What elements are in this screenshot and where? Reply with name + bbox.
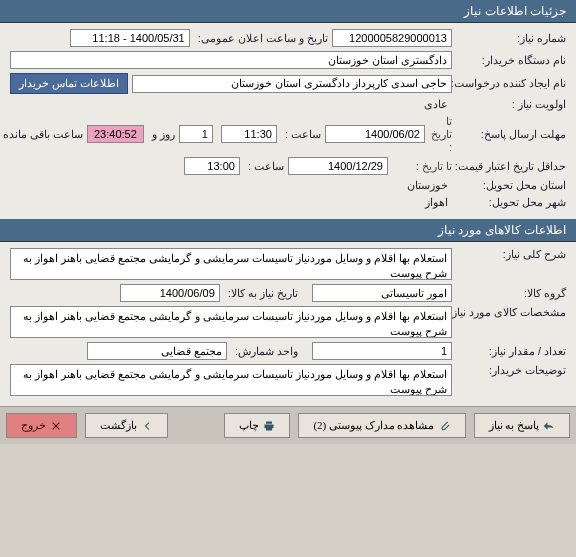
general-desc-field (10, 248, 452, 280)
need-date-label: تاریخ نیاز به کالا: (224, 287, 298, 300)
unit-label: واحد شمارش: (231, 345, 298, 358)
response-time-field (221, 125, 277, 143)
reply-icon (543, 420, 555, 432)
announce-datetime-label: تاریخ و ساعت اعلان عمومی: (194, 32, 328, 45)
announce-datetime-field (70, 29, 190, 47)
back-icon (141, 420, 153, 432)
response-deadline-label: مهلت ارسال پاسخ: (456, 128, 566, 141)
back-button[interactable]: بازگشت (85, 413, 168, 438)
days-left-field (179, 125, 213, 143)
price-validity-label: حداقل تاریخ اعتبار قیمت: (456, 160, 566, 173)
hour-label-1: ساعت : (281, 128, 321, 141)
validity-date-field (288, 157, 388, 175)
buyer-notes-field (10, 364, 452, 396)
print-button-label: چاپ (239, 419, 259, 432)
respond-button[interactable]: پاسخ به نیاز (474, 413, 571, 438)
need-number-field (332, 29, 452, 47)
requester-label: نام ایجاد کننده درخواست: (456, 77, 566, 90)
need-details-header: جزئیات اطلاعات نیاز (0, 0, 576, 23)
respond-button-label: پاسخ به نیاز (489, 419, 540, 432)
buyer-org-label: نام دستگاه خریدار: (456, 54, 566, 67)
priority-label: اولویت نیاز : (456, 98, 566, 111)
delivery-province-label: استان محل تحویل: (456, 179, 566, 192)
countdown-timer: 23:40:52 (87, 125, 144, 143)
qty-label: تعداد / مقدار نیاز: (456, 345, 566, 358)
items-info-content: شرح کلی نیاز: گروه کالا: تاریخ نیاز به ک… (0, 242, 576, 406)
need-details-content: شماره نیاز: تاریخ و ساعت اعلان عمومی: نا… (0, 23, 576, 219)
back-button-label: بازگشت (100, 419, 137, 432)
exit-button-label: خروج (21, 419, 46, 432)
qty-field (312, 342, 452, 360)
items-info-header: اطلاعات کالاهای مورد نیاز (0, 219, 576, 242)
need-date-field (120, 284, 220, 302)
delivery-province-value: خوزستان (403, 179, 452, 192)
action-bar: پاسخ به نیاز مشاهده مدارک پیوستی (2) چاپ… (0, 406, 576, 444)
until-date-label-2: تا تاریخ : (392, 160, 452, 173)
buyer-notes-label: توضیحات خریدار: (456, 364, 566, 377)
validity-time-field (184, 157, 240, 175)
priority-value: عادی (420, 98, 452, 111)
goods-group-field (312, 284, 452, 302)
delivery-city-label: شهر محل تحویل: (456, 196, 566, 209)
delivery-city-value: اهواز (421, 196, 452, 209)
goods-group-label: گروه کالا: (456, 287, 566, 300)
exit-button[interactable]: خروج (6, 413, 77, 438)
hours-remaining-label: ساعت باقی مانده (0, 128, 83, 141)
general-desc-label: شرح کلی نیاز: (456, 248, 566, 261)
print-icon (263, 420, 275, 432)
attachment-icon (439, 420, 451, 432)
response-date-field (325, 125, 425, 143)
close-icon (50, 420, 62, 432)
contact-buyer-button[interactable]: اطلاعات تماس خریدار (10, 73, 128, 94)
print-button[interactable]: چاپ (224, 413, 290, 438)
unit-field (87, 342, 227, 360)
buyer-org-field (10, 51, 452, 69)
attachments-button-label: مشاهده مدارک پیوستی (2) (313, 419, 434, 432)
until-date-label-1: تا تاریخ : (429, 115, 452, 153)
hour-label-2: ساعت : (244, 160, 284, 173)
need-number-label: شماره نیاز: (456, 32, 566, 45)
item-spec-field (10, 306, 452, 338)
attachments-button[interactable]: مشاهده مدارک پیوستی (2) (298, 413, 465, 438)
requester-field (132, 75, 453, 93)
days-and-label: روز و (148, 128, 175, 141)
item-spec-label: مشخصات کالای مورد نیاز: (456, 306, 566, 319)
